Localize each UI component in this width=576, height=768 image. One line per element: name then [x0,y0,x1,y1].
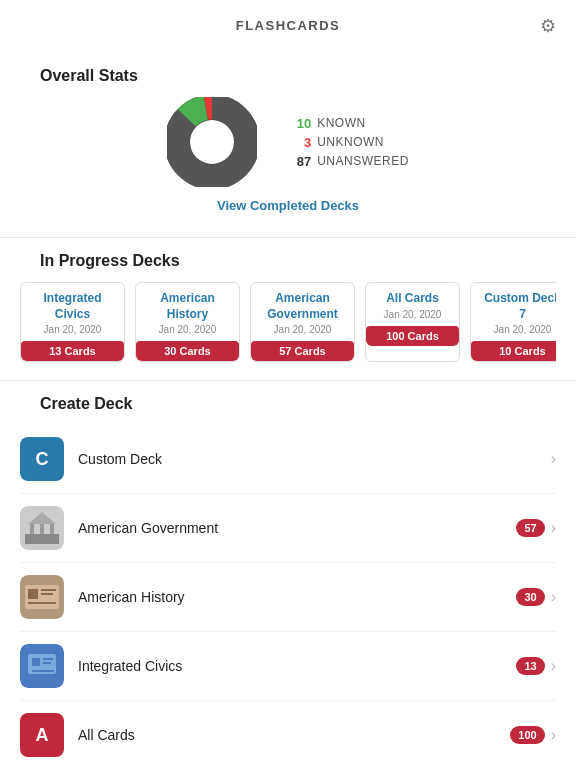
deck-icon-image [20,644,64,688]
deck-card-title: All Cards [376,291,449,307]
known-count: 10 [287,116,311,131]
deck-card-title: American History [146,291,229,322]
deck-card-badge: 57 Cards [251,341,354,361]
decks-scroll-container[interactable]: Integrated Civics Jan 20, 2020 13 Cards … [20,282,556,366]
unanswered-count: 87 [287,154,311,169]
deck-row-name: American History [78,589,516,605]
known-label: KNOWN [317,116,366,130]
in-progress-section: In Progress Decks Integrated Civics Jan … [0,252,576,366]
deck-row-badge: 100 [510,726,544,744]
overall-stats-section: Overall Stats 10 KNOWN [0,51,576,223]
deck-icon-image [20,506,64,550]
svg-rect-20 [32,658,40,666]
app-title: FLASHCARDS [236,18,341,33]
chevron-right-icon: › [551,519,556,537]
deck-list-item[interactable]: American History 30 › [20,563,556,632]
deck-row-name: All Cards [78,727,510,743]
deck-row-name: American Government [78,520,516,536]
progress-divider [0,380,576,381]
create-deck-title: Create Deck [20,395,556,413]
deck-card-date: Jan 20, 2020 [146,324,229,335]
stats-pie-chart [167,97,257,187]
deck-card[interactable]: American Government Jan 20, 2020 57 Card… [250,282,355,362]
chevron-right-icon: › [551,588,556,606]
svg-rect-16 [41,593,53,595]
deck-row-name: Integrated Civics [78,658,516,674]
deck-card-badge: 13 Cards [21,341,124,361]
deck-card-title: Integrated Civics [31,291,114,322]
svg-rect-17 [28,602,56,604]
deck-card[interactable]: Integrated Civics Jan 20, 2020 13 Cards [20,282,125,362]
deck-icon-letter: C [20,437,64,481]
svg-point-5 [190,120,234,164]
chevron-right-icon: › [551,657,556,675]
deck-card-badge: 100 Cards [366,326,459,346]
gear-icon[interactable]: ⚙ [540,15,556,37]
chevron-right-icon: › [551,726,556,744]
deck-list-item[interactable]: Integrated Civics 13 › [20,632,556,701]
deck-card[interactable]: All Cards Jan 20, 2020 100 Cards [365,282,460,362]
view-completed-link[interactable]: View Completed Decks [217,198,359,213]
deck-icon-letter: A [20,713,64,757]
svg-rect-23 [32,670,54,672]
deck-icon-image [20,575,64,619]
deck-card-badge: 10 Cards [471,341,556,361]
svg-rect-22 [43,662,51,664]
deck-card-date: Jan 20, 2020 [31,324,114,335]
deck-row-name: Custom Deck [78,451,551,467]
deck-card[interactable]: American History Jan 20, 2020 30 Cards [135,282,240,362]
svg-rect-21 [43,658,53,660]
overall-stats-title: Overall Stats [20,67,556,85]
deck-list-item[interactable]: American Government 57 › [20,494,556,563]
unknown-count: 3 [287,135,311,150]
svg-rect-15 [41,589,56,591]
deck-card-date: Jan 20, 2020 [376,309,449,320]
deck-card-title: Custom Deck 7 [481,291,556,322]
deck-card-title: American Government [261,291,344,322]
chevron-right-icon: › [551,450,556,468]
create-deck-items: C Custom Deck › American Government 57 ›… [20,425,556,768]
view-completed-link-container: View Completed Decks [20,197,556,213]
app-header: FLASHCARDS ⚙ [0,0,576,51]
stats-content: 10 KNOWN 3 UNKNOWN 87 UNANSWERED [20,97,556,187]
deck-card[interactable]: Custom Deck 7 Jan 20, 2020 10 Cards [470,282,556,362]
deck-card-badge: 30 Cards [136,341,239,361]
svg-rect-8 [30,524,34,534]
svg-rect-14 [28,589,38,599]
legend-unanswered: 87 UNANSWERED [287,154,409,169]
create-deck-section: Create Deck C Custom Deck › American Gov… [0,395,576,768]
stats-divider [0,237,576,238]
deck-row-badge: 30 [516,588,544,606]
legend-known: 10 KNOWN [287,116,409,131]
deck-row-badge: 13 [516,657,544,675]
svg-rect-9 [40,524,44,534]
legend-unknown: 3 UNKNOWN [287,135,409,150]
svg-rect-7 [25,534,59,544]
svg-rect-10 [50,524,54,534]
deck-list-item[interactable]: C Custom Deck › [20,425,556,494]
deck-card-date: Jan 20, 2020 [481,324,556,335]
deck-card-date: Jan 20, 2020 [261,324,344,335]
deck-list-item[interactable]: A All Cards 100 › [20,701,556,768]
stats-legend: 10 KNOWN 3 UNKNOWN 87 UNANSWERED [287,116,409,169]
in-progress-title: In Progress Decks [20,252,556,270]
unknown-label: UNKNOWN [317,135,384,149]
deck-row-badge: 57 [516,519,544,537]
unanswered-label: UNANSWERED [317,154,409,168]
